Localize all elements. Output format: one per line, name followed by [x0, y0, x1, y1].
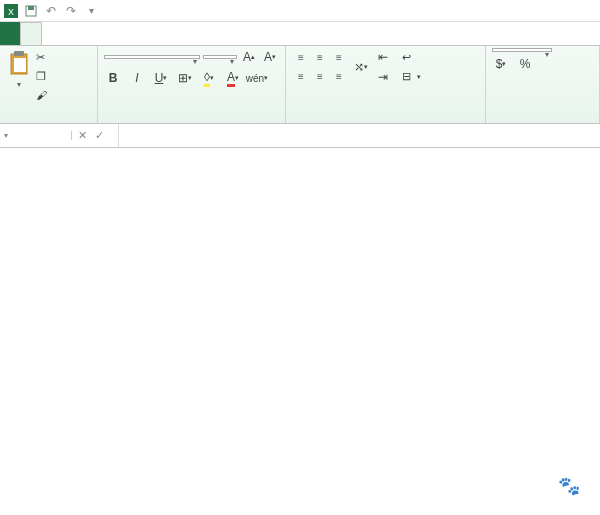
- tab-autodesk[interactable]: [162, 22, 182, 45]
- bold-button[interactable]: B: [104, 69, 122, 87]
- tab-insert[interactable]: [42, 22, 62, 45]
- svg-rect-5: [14, 51, 24, 56]
- align-bottom-button[interactable]: ≡: [330, 49, 348, 67]
- fx-cancel-icon[interactable]: ✕: [78, 129, 87, 142]
- scissors-icon: ✂: [36, 51, 45, 64]
- brush-icon: 🖌: [36, 89, 47, 101]
- font-name-combo[interactable]: [104, 55, 200, 59]
- grow-font-button[interactable]: A▴: [240, 48, 258, 66]
- tab-layout[interactable]: [62, 22, 82, 45]
- save-icon[interactable]: [24, 4, 38, 18]
- increase-indent-button[interactable]: ⇥: [374, 68, 392, 86]
- redo-icon[interactable]: ↷: [64, 4, 78, 18]
- chevron-down-icon: ▾: [17, 80, 21, 89]
- excel-icon: X: [4, 4, 18, 18]
- paste-button[interactable]: ▾: [6, 48, 32, 91]
- merge-center-button[interactable]: ⊟▾: [402, 68, 421, 86]
- align-center-button[interactable]: ≡: [311, 68, 329, 86]
- tab-data[interactable]: [102, 22, 122, 45]
- group-number: $▾ %: [486, 46, 600, 123]
- formula-input[interactable]: [118, 124, 600, 147]
- percent-button[interactable]: %: [516, 55, 534, 73]
- paw-icon: 🐾: [558, 475, 580, 497]
- align-right-button[interactable]: ≡: [330, 68, 348, 86]
- wrap-text-button[interactable]: ↩: [402, 49, 421, 67]
- orientation-button[interactable]: ⤭▾: [352, 58, 370, 76]
- fill-color-button[interactable]: ◊▾: [200, 69, 218, 87]
- fx-confirm-icon[interactable]: ✓: [95, 129, 104, 142]
- decrease-indent-button[interactable]: ⇤: [374, 48, 392, 66]
- align-top-button[interactable]: ≡: [292, 49, 310, 67]
- tab-formula[interactable]: [82, 22, 102, 45]
- underline-button[interactable]: U▾: [152, 69, 170, 87]
- svg-text:X: X: [8, 7, 14, 17]
- copy-icon: ❐: [36, 70, 46, 83]
- svg-rect-6: [14, 58, 26, 72]
- merge-icon: ⊟: [402, 70, 411, 83]
- watermark: 🐾: [558, 475, 588, 497]
- italic-button[interactable]: I: [128, 69, 146, 87]
- svg-rect-3: [28, 6, 34, 10]
- tab-view[interactable]: [142, 22, 162, 45]
- name-box[interactable]: [0, 131, 72, 140]
- format-painter-button[interactable]: 🖌: [36, 86, 50, 104]
- qat-dropdown-icon[interactable]: ▾: [84, 4, 98, 18]
- align-grid: ≡ ≡ ≡ ≡ ≡ ≡: [292, 49, 348, 86]
- border-button[interactable]: ⊞▾: [176, 69, 194, 87]
- number-format-combo[interactable]: [492, 48, 552, 52]
- tab-review[interactable]: [122, 22, 142, 45]
- font-color-button[interactable]: A▾: [224, 69, 242, 87]
- shrink-font-button[interactable]: A▾: [261, 48, 279, 66]
- title-bar: X ↶ ↷ ▾: [0, 0, 600, 22]
- currency-button[interactable]: $▾: [492, 55, 510, 73]
- font-size-combo[interactable]: [203, 55, 237, 59]
- copy-button[interactable]: ❐: [36, 67, 50, 85]
- tab-file[interactable]: [0, 22, 20, 45]
- undo-icon[interactable]: ↶: [44, 4, 58, 18]
- align-left-button[interactable]: ≡: [292, 68, 310, 86]
- clipboard-icon: [8, 50, 30, 76]
- ribbon: ▾ ✂ ❐ 🖌 A▴ A▾ B I U▾ ⊞▾ ◊▾ A▾: [0, 46, 600, 124]
- group-clipboard: ▾ ✂ ❐ 🖌: [0, 46, 98, 123]
- phonetic-button[interactable]: wén▾: [248, 69, 266, 87]
- tab-home[interactable]: [20, 22, 42, 45]
- cut-button[interactable]: ✂: [36, 48, 50, 66]
- align-middle-button[interactable]: ≡: [311, 49, 329, 67]
- formula-bar: ✕ ✓: [0, 124, 600, 148]
- wrap-icon: ↩: [402, 51, 411, 64]
- ribbon-tabs: [0, 22, 600, 46]
- group-align: ≡ ≡ ≡ ≡ ≡ ≡ ⤭▾ ⇤ ⇥ ↩ ⊟▾: [286, 46, 486, 123]
- group-font: A▴ A▾ B I U▾ ⊞▾ ◊▾ A▾ wén▾: [98, 46, 286, 123]
